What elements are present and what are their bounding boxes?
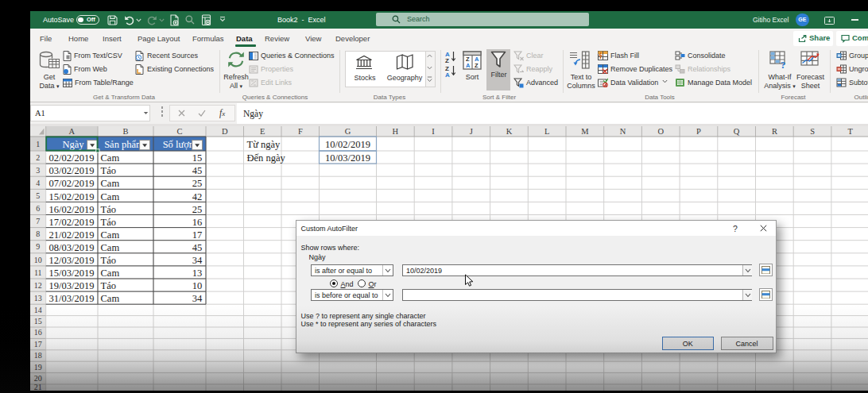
svg-text:Táo: Táo — [101, 217, 116, 228]
svg-text:Cam: Cam — [101, 191, 120, 202]
svg-text:Táo: Táo — [101, 165, 116, 176]
svg-text:Z: Z — [445, 56, 449, 63]
svg-text:Ngày: Ngày — [62, 139, 84, 150]
svg-text:03/02/2019: 03/02/2019 — [49, 165, 95, 176]
svg-text:3: 3 — [36, 166, 40, 175]
svg-text:20: 20 — [34, 374, 42, 383]
svg-text:15/02/2019: 15/02/2019 — [49, 191, 95, 202]
svg-text:14: 14 — [34, 306, 42, 314]
svg-text:L: L — [544, 127, 549, 136]
svg-text:I: I — [432, 127, 435, 136]
svg-text:12: 12 — [34, 281, 42, 290]
svg-text:J: J — [470, 127, 473, 136]
svg-text:19: 19 — [34, 363, 42, 372]
svg-text:D: D — [222, 127, 228, 136]
svg-text:15: 15 — [192, 152, 203, 164]
svg-text:45: 45 — [192, 242, 203, 253]
svg-text:10: 10 — [192, 280, 203, 291]
svg-text:Q: Q — [734, 127, 740, 136]
svg-text:25: 25 — [192, 178, 203, 189]
svg-text:8: 8 — [36, 229, 40, 238]
svg-text:P: P — [696, 127, 701, 136]
svg-text:13: 13 — [192, 268, 203, 279]
svg-text:F: F — [298, 127, 303, 136]
svg-text:16/02/2019: 16/02/2019 — [49, 204, 95, 215]
svg-text:10: 10 — [34, 256, 42, 264]
svg-text:17: 17 — [34, 340, 42, 349]
svg-text:O: O — [657, 127, 664, 136]
svg-text:9: 9 — [36, 242, 40, 251]
svg-text:31/03/2019: 31/03/2019 — [49, 293, 95, 304]
svg-text:Z: Z — [475, 62, 479, 69]
svg-text:08/03/2019: 08/03/2019 — [49, 242, 95, 253]
svg-text:R: R — [772, 127, 777, 136]
svg-text:17/02/2019: 17/02/2019 — [49, 217, 95, 228]
svg-text:07/02/2019: 07/02/2019 — [49, 178, 95, 189]
svg-text:42: 42 — [192, 191, 203, 202]
svg-text:Cam: Cam — [101, 178, 120, 189]
svg-text:19/03/2019: 19/03/2019 — [49, 280, 95, 291]
svg-text:A: A — [466, 62, 471, 69]
svg-text:16: 16 — [34, 328, 42, 337]
svg-text:Từ ngày: Từ ngày — [247, 139, 281, 150]
svg-text:K: K — [506, 127, 513, 136]
svg-text:2: 2 — [36, 153, 40, 162]
svg-text:B: B — [122, 127, 128, 136]
svg-text:M: M — [581, 127, 589, 136]
svg-text:15/03/2019: 15/03/2019 — [49, 268, 95, 279]
svg-text:Cam: Cam — [101, 152, 120, 164]
svg-text:6: 6 — [36, 204, 40, 213]
svg-text:5: 5 — [36, 191, 40, 200]
svg-text:Táo: Táo — [101, 280, 116, 291]
svg-text:7: 7 — [36, 217, 40, 225]
svg-text:18: 18 — [34, 351, 42, 360]
svg-text:17: 17 — [192, 229, 203, 241]
svg-text:A: A — [69, 127, 76, 136]
svg-text:16: 16 — [192, 217, 203, 228]
svg-text:T: T — [848, 127, 854, 136]
svg-text:G: G — [345, 127, 351, 136]
svg-text:Cam: Cam — [101, 268, 120, 279]
svg-text:Sản phẩm: Sản phẩm — [104, 139, 144, 150]
svg-text:34: 34 — [192, 255, 203, 266]
svg-text:Cam: Cam — [101, 242, 120, 253]
svg-text:4: 4 — [36, 179, 40, 187]
svg-text:1: 1 — [36, 140, 40, 148]
svg-text:10/02/2019: 10/02/2019 — [325, 139, 370, 150]
svg-text:C: C — [176, 127, 182, 136]
svg-text:?: ? — [781, 59, 786, 70]
svg-text:11: 11 — [34, 268, 42, 277]
svg-text:N: N — [620, 127, 626, 136]
svg-text:34: 34 — [192, 293, 203, 304]
svg-text:Táo: Táo — [101, 255, 116, 266]
svg-text:12/03/2019: 12/03/2019 — [49, 255, 95, 266]
svg-text:13: 13 — [34, 294, 42, 302]
svg-text:Táo: Táo — [101, 204, 116, 215]
svg-text:A: A — [445, 71, 450, 77]
svg-text:10/03/2019: 10/03/2019 — [325, 152, 370, 164]
svg-text:21/02/2019: 21/02/2019 — [49, 229, 95, 241]
svg-text:Đến ngày: Đến ngày — [247, 152, 286, 164]
svg-text:45: 45 — [192, 165, 203, 176]
svg-text:H: H — [393, 127, 399, 136]
svg-text:Cam: Cam — [101, 293, 120, 304]
svg-text:Cam: Cam — [101, 229, 120, 241]
svg-text:15: 15 — [34, 317, 42, 326]
svg-text:02/02/2019: 02/02/2019 — [49, 152, 95, 164]
svg-text:E: E — [260, 127, 265, 136]
svg-text:S: S — [810, 127, 815, 136]
svg-text:25: 25 — [192, 204, 203, 215]
